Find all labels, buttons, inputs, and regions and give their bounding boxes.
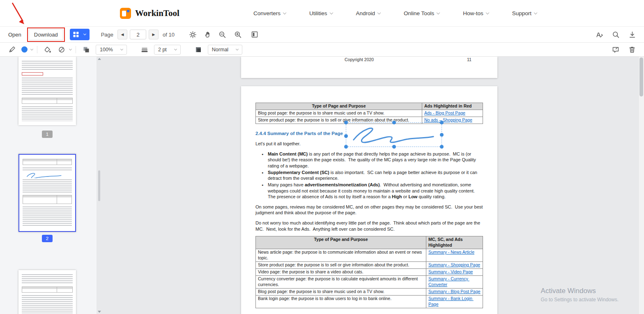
note-button[interactable] [610, 44, 622, 56]
document-scroll-thumb[interactable] [639, 57, 643, 96]
resize-handle[interactable] [344, 145, 348, 149]
no-style-button[interactable] [55, 44, 68, 56]
ads-table: Type of Page and Purpose Ads Highlighted… [255, 103, 483, 124]
chevron-down-icon [329, 11, 333, 14]
stroke-width-select[interactable]: 2 pt [154, 45, 181, 55]
thumbnail-signature [23, 172, 72, 178]
doc-link[interactable]: No ads – Shopping Page [424, 117, 472, 122]
download-button[interactable]: Download [29, 29, 63, 40]
resize-handle[interactable] [392, 121, 396, 124]
opacity-button[interactable] [80, 44, 92, 56]
nav-item-utilities[interactable]: Utilities [309, 10, 333, 16]
table-row: Blog post page: the purpose is to share … [256, 288, 483, 295]
thumbnail-view-button[interactable] [70, 29, 90, 40]
page-thumbnail-3[interactable] [18, 270, 76, 314]
delete-button[interactable] [626, 44, 638, 56]
page-total: of 10 [163, 32, 175, 38]
nav-item-converters[interactable]: Converters [253, 10, 286, 16]
nav-item-support[interactable]: Support [512, 10, 537, 16]
resize-handle[interactable] [392, 145, 396, 149]
thumbnail-red-annotation [22, 72, 43, 76]
page-thumbnail-2-selected[interactable] [18, 154, 76, 232]
nav-item-how-tos[interactable]: How-tos [463, 10, 489, 16]
doc-link[interactable]: Ads - Blog Post Page [424, 110, 465, 115]
table-row: Blog post page: the purpose is to share … [256, 110, 483, 117]
brand[interactable]: WorkinTool [120, 8, 179, 19]
table-cell: Video page: the purpose is to share a vi… [256, 269, 426, 276]
fill-color-icon [44, 46, 51, 53]
fill-color-button[interactable] [41, 44, 54, 56]
page-number-input[interactable] [130, 30, 146, 39]
thumbnail-content [23, 179, 72, 193]
zoom-out-button[interactable] [216, 28, 229, 41]
workspace: 1 2 Copyright 2020 11 [0, 57, 644, 314]
grid-icon [73, 32, 79, 37]
resize-handle[interactable] [344, 134, 348, 138]
scroll-down-arrow[interactable] [98, 311, 101, 313]
signature-tool-button[interactable] [593, 28, 605, 41]
resize-handle[interactable] [440, 121, 444, 124]
trash-icon [628, 46, 636, 53]
doc-link[interactable]: Summary - Shopping Page [428, 262, 480, 267]
previous-page-button[interactable]: ◀ [117, 30, 127, 39]
chevron-down-icon[interactable] [69, 47, 72, 50]
hand-tool-button[interactable] [202, 28, 214, 41]
toolbar2-right-cluster [610, 44, 638, 56]
open-button[interactable]: Open [6, 30, 24, 39]
table-row: Bank login page: the purpose is to allow… [256, 295, 483, 308]
resize-handle[interactable] [344, 121, 348, 124]
style-swatch-button[interactable] [192, 44, 205, 56]
zoom-in-button[interactable] [232, 28, 244, 41]
doc-link[interactable]: Summary - Currency Converter [428, 276, 469, 287]
resize-handle[interactable] [440, 133, 444, 137]
settings-button[interactable] [187, 28, 199, 41]
bullet-list: Main Content (MC) is any part of the pag… [255, 151, 483, 200]
search-button[interactable] [610, 28, 622, 41]
brand-name: WorkinTool [135, 8, 179, 18]
chevron-down-icon[interactable] [30, 47, 33, 50]
page-layout-button[interactable] [248, 28, 261, 41]
chevron-down-icon [485, 11, 489, 14]
doc-link[interactable]: Summary - Bank Login Page [428, 296, 474, 307]
thumbnail-table [22, 98, 73, 104]
pdf-page-2[interactable]: Type of Page and Purpose Ads Highlighted… [241, 86, 497, 314]
page-navigation: Page ◀ ▶ of 10 [101, 30, 175, 39]
next-page-button[interactable]: ▶ [149, 30, 159, 39]
color-swatch[interactable] [21, 46, 28, 53]
doc-link[interactable]: Summary - News Article [428, 250, 474, 254]
bullet-item: Many pages have advertisements/monetizat… [268, 182, 483, 200]
signature-annotation[interactable] [346, 122, 442, 147]
signature-scribble [346, 123, 442, 147]
annotation-toolbar: 100% 2 pt Normal [0, 43, 644, 57]
nav-item-online-tools[interactable]: Online Tools [404, 10, 439, 16]
resize-handle[interactable] [440, 145, 444, 149]
thumbnail-table [22, 286, 73, 293]
pdf-page-1-bottom: Copyright 2020 11 [241, 57, 497, 78]
download-icon [628, 31, 636, 39]
line-width-button[interactable] [138, 44, 151, 56]
table-row: Video page: the purpose is to share a vi… [256, 269, 483, 276]
chevron-down-icon [174, 47, 177, 50]
chevron-down-icon [377, 11, 381, 14]
hand-icon [204, 31, 212, 38]
chevron-down-icon [437, 11, 440, 14]
opacity-select[interactable]: 100% [96, 45, 127, 55]
download-file-button[interactable] [626, 28, 638, 41]
doc-link[interactable]: Summary - Blog Post Page [428, 289, 481, 294]
toolbar-right-cluster [593, 28, 638, 41]
page-thumbnail-1[interactable] [18, 57, 76, 125]
pen-tool-button[interactable] [6, 44, 18, 56]
page-footer-number: 11 [467, 57, 472, 62]
search-icon [612, 31, 620, 39]
page-badge-2: 2 [42, 235, 53, 242]
document-scrollbar[interactable] [638, 57, 644, 314]
zoom-out-icon [218, 31, 226, 39]
page-footer-text: Copyright 2020 [345, 57, 374, 62]
thumbnail-table [23, 195, 72, 204]
line-style-select[interactable]: Normal [208, 45, 242, 55]
doc-link[interactable]: Summary - Video Page [428, 269, 473, 274]
nav-item-android[interactable]: Android [356, 10, 381, 16]
sidebar-scroll-thumb[interactable] [98, 170, 100, 201]
sidebar-scrollbar[interactable] [97, 57, 101, 314]
scroll-up-arrow[interactable] [98, 58, 101, 60]
